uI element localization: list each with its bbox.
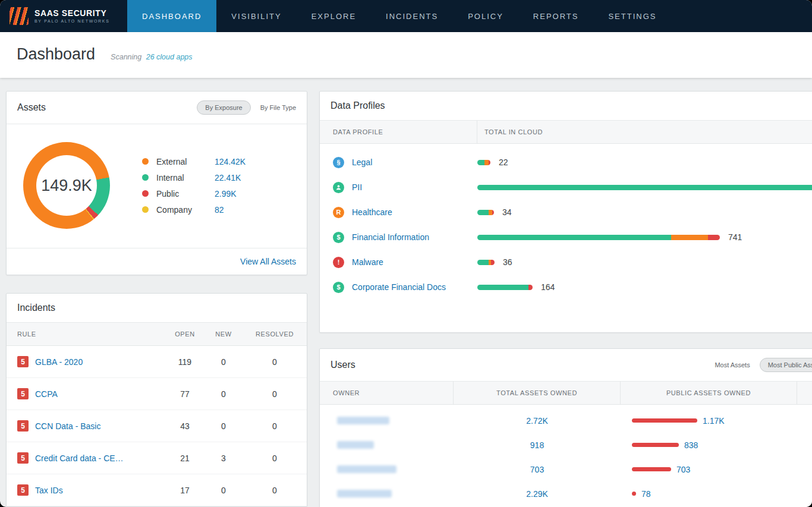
profile-total-value: 741 [728,232,742,242]
nav-item-reports[interactable]: REPORTS [518,0,594,32]
most-assets-toggle[interactable]: Most Assets [715,361,750,369]
brand: SAAS SECURITY BY PALO ALTO NETWORKS [0,0,127,32]
owner-cell [320,417,454,424]
data-profile-cell: RHealthcare [320,207,477,218]
table-row: $Corporate Financial Docs164 [320,275,812,300]
total-in-cloud-cell: 164 [477,282,812,292]
incidents-title: Incidents [17,303,55,313]
data-profile-link[interactable]: Financial Information [352,232,429,242]
legend-value-link[interactable]: 22.41K [215,173,241,182]
legend-dot-public [142,190,149,197]
legend-value-link[interactable]: 124.42K [215,157,246,166]
page-title: Dashboard [17,45,95,64]
data-profile-link[interactable]: Healthcare [352,207,392,217]
users-table-header: OWNER TOTAL ASSETS OWNED PUBLIC ASSETS O… [320,382,812,405]
table-row: 5Credit Card data - CE…2130 [7,442,307,474]
owner-cell [320,465,454,473]
nav-item-explore[interactable]: EXPLORE [297,0,371,32]
column-owner: OWNER [320,382,454,404]
assets-card: Assets By Exposure By File Type 149.9K E… [6,91,307,275]
total-in-cloud-cell [477,185,812,190]
legend-value-link[interactable]: 82 [215,205,224,215]
assets-legend: External124.42KInternal22.41KPublic2.99K… [142,150,246,221]
assets-donut-chart: 149.9K [23,142,110,229]
data-profiles-card: Data Profiles DATA PROFILE TOTAL IN CLOU… [319,91,812,333]
public-assets-bar [632,492,636,496]
incident-new-count: 0 [204,486,243,495]
column-data-profile: DATA PROFILE [320,121,477,143]
table-row: 2.29K78 [320,481,812,506]
severity-badge: 5 [17,484,29,496]
incident-new-count: 0 [204,357,243,367]
incident-open-count: 119 [165,357,204,367]
incidents-table-header: RULE OPEN NEW RESOLVED [7,323,307,346]
public-assets-link[interactable]: 1.17K [703,416,725,426]
top-navbar: SAAS SECURITY BY PALO ALTO NETWORKS DASH… [0,0,812,32]
total-assets-link[interactable]: 703 [530,465,544,474]
total-assets-link[interactable]: 2.29K [526,489,548,499]
palo-alto-logo-icon [10,7,29,25]
table-row: 5Tax IDs1700 [7,474,307,506]
data-profile-link[interactable]: Corporate Financial Docs [352,282,446,292]
table-row: PII [320,175,812,200]
nav-item-settings[interactable]: SETTINGS [593,0,671,32]
severity-badge: 5 [17,388,29,399]
data-profile-link[interactable]: PII [352,182,362,192]
users-body: 2.72K1.17K9188387037032.29K78 [320,405,812,507]
legend-value-link[interactable]: 2.99K [215,189,237,199]
users-toggle: Most Assets Most Public Assets [715,358,812,372]
total-assets-link[interactable]: 2.72K [526,416,548,426]
assets-title: Assets [17,102,46,113]
table-row: !Malware36 [320,250,812,275]
public-assets-link[interactable]: 703 [676,465,690,474]
assets-total: 149.9K [36,155,97,216]
nav-item-policy[interactable]: POLICY [453,0,518,32]
data-profile-cell: $Corporate Financial Docs [320,282,477,293]
cloud-apps-link[interactable]: 26 cloud apps [146,53,193,61]
owner-cell [320,441,454,449]
total-assets-cell: 918 [454,440,621,451]
nav-item-dashboard[interactable]: DASHBOARD [127,0,216,32]
most-public-assets-toggle[interactable]: Most Public Assets [760,358,812,372]
severity-badge: 5 [17,356,29,367]
corporate-financial-docs-icon: $ [333,282,344,293]
profile-bar [477,235,720,240]
bar-segment [477,210,489,215]
legend-dot-external [142,158,149,165]
brand-title: SAAS SECURITY [34,9,110,18]
by-exposure-toggle[interactable]: By Exposure [197,100,250,115]
view-all-assets-link[interactable]: View All Assets [240,257,296,266]
nav-item-visibility[interactable]: VISIBILITY [216,0,296,32]
incident-open-count: 43 [165,421,204,431]
total-assets-cell: 2.72K [454,415,621,426]
profile-bar [477,285,533,290]
public-assets-link[interactable]: 838 [684,440,698,450]
legend-label: External [156,157,206,166]
brand-subtitle: BY PALO ALTO NETWORKS [34,19,110,23]
incident-resolved-count: 0 [243,454,307,463]
page-header: Dashboard Scanning 26 cloud apps [0,32,812,78]
column-total-assets-owned: TOTAL ASSETS OWNED [454,382,621,404]
column-resolved: RESOLVED [243,323,307,345]
by-file-type-toggle[interactable]: By File Type [260,104,296,111]
scanning-prefix: Scanning [111,53,141,61]
incident-rule-link[interactable]: GLBA - 2020 [35,357,83,367]
nav-item-incidents[interactable]: INCIDENTS [371,0,453,32]
incident-rule-link[interactable]: Tax IDs [35,486,63,495]
bar-segment [492,210,494,215]
bar-segment [477,285,528,290]
pii-icon [333,182,344,193]
public-assets-link[interactable]: 78 [641,489,651,499]
data-profile-link[interactable]: Malware [352,257,383,267]
public-assets-bar [632,418,697,423]
data-profile-link[interactable]: Legal [352,158,372,167]
total-assets-link[interactable]: 918 [530,440,544,450]
legend-row: Company82 [142,205,246,215]
owner-name-redacted [337,490,392,497]
incident-rule-link[interactable]: CCN Data - Basic [35,421,100,431]
incident-rule-link[interactable]: Credit Card data - CE… [35,454,124,463]
total-in-cloud-cell: 34 [477,207,812,217]
data-profile-cell: §Legal [320,157,477,168]
data-profile-cell: $Financial Information [320,232,477,243]
incident-rule-link[interactable]: CCPA [35,389,58,399]
